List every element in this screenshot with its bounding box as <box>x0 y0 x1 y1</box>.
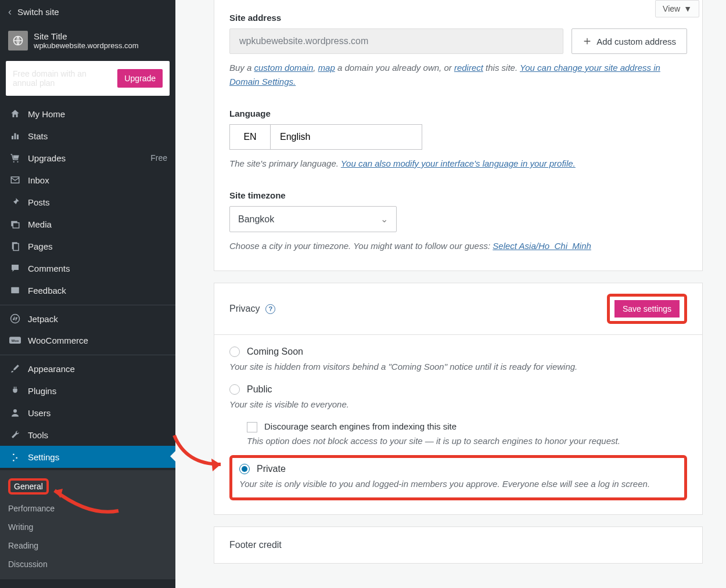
main-content: View▼ Site address Add custom address Bu… <box>175 0 726 588</box>
privacy-card: Privacy ? Save settings Coming Soon Your… <box>214 283 703 515</box>
language-name: English <box>271 125 422 149</box>
radio-selected-icon <box>239 464 250 474</box>
sidebar-item-home[interactable]: My Home <box>0 103 175 125</box>
checkbox-icon <box>247 422 257 432</box>
site-url: wpkubewebsite.wordpress.com <box>34 41 139 50</box>
user-icon <box>8 407 22 418</box>
mail-icon <box>8 175 22 185</box>
add-custom-address-button[interactable]: Add custom address <box>572 28 687 54</box>
map-link[interactable]: map <box>318 63 335 73</box>
switch-site-label: Switch site <box>17 7 59 17</box>
timezone-select[interactable]: Bangkok ⌄ <box>229 206 397 232</box>
svg-point-5 <box>17 161 18 163</box>
caret-down-icon: ▼ <box>684 4 692 13</box>
privacy-option-public[interactable]: Public <box>229 384 687 395</box>
sidebar-item-media[interactable]: Media <box>0 213 175 235</box>
sidebar-item-settings[interactable]: Settings <box>0 446 175 468</box>
sidebar-item-upgrades[interactable]: UpgradesFree <box>0 147 175 169</box>
privacy-option-private[interactable]: Private <box>239 464 677 474</box>
pin-icon <box>8 197 22 207</box>
woo-icon: Woo <box>8 337 22 345</box>
submenu-writing[interactable]: Writing <box>0 518 175 536</box>
submenu-reading[interactable]: Reading <box>0 536 175 555</box>
svg-text:Woo: Woo <box>12 338 19 342</box>
sidebar-item-appearance[interactable]: Appearance <box>0 355 175 380</box>
media-icon <box>8 219 22 229</box>
privacy-option-coming-soon[interactable]: Coming Soon <box>229 347 687 357</box>
radio-icon <box>229 347 240 357</box>
sidebar-item-pages[interactable]: Pages <box>0 235 175 257</box>
site-title: Site Title <box>34 31 139 41</box>
cart-icon <box>8 153 22 163</box>
site-header[interactable]: Site Title wpkubewebsite.wordpress.com <box>0 24 175 56</box>
language-selector[interactable]: EN English <box>229 124 422 150</box>
sidebar-item-plugins[interactable]: Plugins <box>0 380 175 402</box>
svg-rect-2 <box>15 134 16 140</box>
switch-site-link[interactable]: ‹ Switch site <box>0 0 175 24</box>
sidebar-item-jetpack[interactable]: Jetpack <box>0 305 175 330</box>
coming-soon-desc: Your site is hidden from visitors behind… <box>229 360 687 374</box>
promo-text: Free domain with an annual plan <box>13 69 100 88</box>
redirect-link[interactable]: redirect <box>454 63 483 73</box>
save-highlight: Save settings <box>607 294 687 324</box>
general-card: Site address Add custom address Buy a cu… <box>214 0 703 271</box>
sidebar-item-tools[interactable]: Tools <box>0 424 175 446</box>
chevron-down-icon: ⌄ <box>380 214 388 225</box>
profile-language-link[interactable]: You can also modify your interface's lan… <box>341 158 576 168</box>
svg-rect-3 <box>17 135 19 139</box>
timezone-label: Site timezone <box>229 190 687 200</box>
sidebar-menu: My Home Stats UpgradesFree Inbox Posts M… <box>0 100 175 470</box>
view-button[interactable]: View▼ <box>655 0 699 17</box>
sidebar-item-feedback[interactable]: Feedback <box>0 279 175 301</box>
footer-credit-card: Footer credit <box>214 526 703 564</box>
language-help: The site's primary language. You can als… <box>229 157 687 171</box>
sidebar-item-users[interactable]: Users <box>0 402 175 424</box>
submenu-general[interactable]: General <box>0 474 175 499</box>
brush-icon <box>8 363 22 374</box>
promo-card: Free domain with an annual plan Upgrade <box>6 61 170 96</box>
settings-icon <box>8 452 22 462</box>
jetpack-icon <box>8 313 22 324</box>
save-settings-button[interactable]: Save settings <box>613 299 681 319</box>
site-address-input[interactable] <box>229 28 563 54</box>
language-code: EN <box>230 125 271 149</box>
svg-rect-10 <box>11 287 19 294</box>
sidebar: ‹ Switch site Site Title wpkubewebsite.w… <box>0 0 175 588</box>
sidebar-item-comments[interactable]: Comments <box>0 257 175 279</box>
public-desc: Your site is visible to everyone. <box>229 398 687 412</box>
feedback-icon <box>8 285 22 295</box>
svg-rect-7 <box>13 223 19 228</box>
svg-point-4 <box>13 161 15 163</box>
private-highlight: Private Your site is only visible to you… <box>229 455 687 501</box>
svg-point-14 <box>13 409 17 413</box>
pages-icon <box>8 241 22 251</box>
general-highlight: General <box>8 478 49 495</box>
private-desc: Your site is only visible to you and log… <box>239 478 677 491</box>
plug-icon <box>8 385 22 396</box>
language-label: Language <box>229 109 687 118</box>
wrench-icon <box>8 430 22 440</box>
svg-rect-1 <box>12 136 13 139</box>
sidebar-item-inbox[interactable]: Inbox <box>0 169 175 191</box>
sidebar-item-woocommerce[interactable]: WooWooCommerce <box>0 330 175 351</box>
discourage-desc: This option does not block access to you… <box>247 435 687 448</box>
sidebar-item-stats[interactable]: Stats <box>0 125 175 147</box>
timezone-help: Choose a city in your timezone. You migh… <box>229 239 687 253</box>
upgrades-badge: Free <box>150 153 167 163</box>
site-address-label: Site address <box>229 13 687 23</box>
submenu-discussion[interactable]: Discussion <box>0 555 175 573</box>
globe-icon <box>8 31 28 50</box>
chevron-left-icon: ‹ <box>8 6 12 18</box>
settings-submenu: General Performance Writing Reading Disc… <box>0 470 175 579</box>
submenu-performance[interactable]: Performance <box>0 499 175 518</box>
upgrade-button[interactable]: Upgrade <box>117 69 163 88</box>
comment-icon <box>8 263 22 273</box>
home-icon <box>8 109 22 119</box>
sidebar-item-posts[interactable]: Posts <box>0 191 175 213</box>
timezone-suggest-link[interactable]: Select Asia/Ho_Chi_Minh <box>493 241 591 251</box>
stats-icon <box>8 131 22 141</box>
help-icon[interactable]: ? <box>265 304 275 314</box>
discourage-row[interactable]: Discourage search engines from indexing … <box>247 421 687 432</box>
svg-point-11 <box>11 315 20 323</box>
custom-domain-link[interactable]: custom domain <box>254 63 314 73</box>
